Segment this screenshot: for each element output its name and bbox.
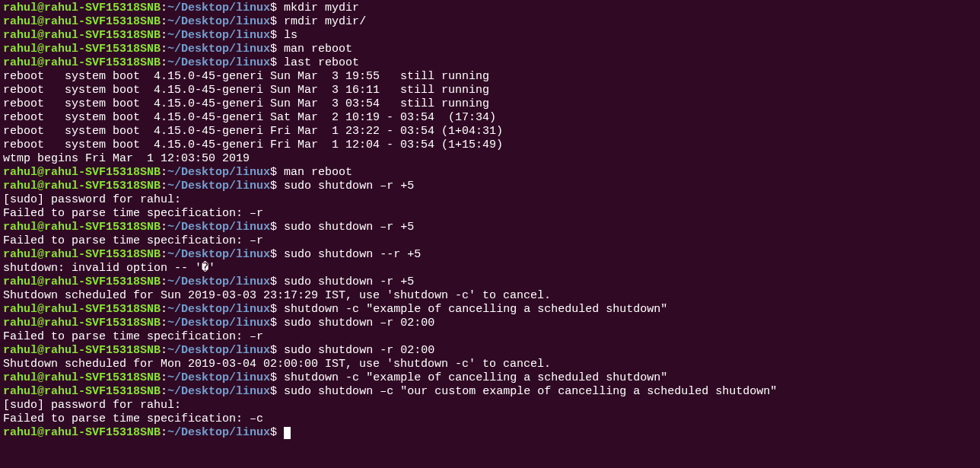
output-text: Failed to parse time specification: –r: [3, 234, 263, 247]
prompt-line: rahul@rahul-SVF15318SNB:~/Desktop/linux$…: [3, 15, 977, 29]
output-line: reboot system boot 4.15.0-45-generi Sun …: [3, 84, 977, 97]
user-host: rahul@rahul-SVF15318SNB: [3, 166, 161, 179]
output-text: Failed to parse time specification: –c: [3, 412, 263, 425]
output-text: reboot system boot 4.15.0-45-generi Fri …: [3, 138, 503, 151]
prompt-line: rahul@rahul-SVF15318SNB:~/Desktop/linux$…: [3, 221, 977, 234]
prompt-colon: :: [161, 56, 167, 69]
prompt-colon: :: [161, 385, 167, 398]
output-text: wtmp begins Fri Mar 1 12:03:50 2019: [3, 152, 250, 165]
prompt-line: rahul@rahul-SVF15318SNB:~/Desktop/linux$…: [3, 344, 977, 358]
output-line: [sudo] password for rahul:: [3, 399, 977, 412]
output-text: reboot system boot 4.15.0-45-generi Sat …: [3, 111, 496, 124]
prompt-dollar: $: [270, 43, 284, 56]
command-text: sudo shutdown -r +5: [284, 275, 414, 288]
prompt-line: rahul@rahul-SVF15318SNB:~/Desktop/linux$…: [3, 43, 977, 56]
output-text: reboot system boot 4.15.0-45-generi Sun …: [3, 84, 489, 97]
output-line: Failed to parse time specification: –c: [3, 412, 977, 426]
prompt-colon: :: [161, 2, 167, 14]
output-line: Shutdown scheduled for Sun 2019-03-03 23…: [3, 289, 977, 303]
prompt-dollar: $: [270, 248, 284, 261]
command-text: shutdown -c "example of cancelling a sch…: [284, 303, 667, 316]
current-path: ~/Desktop/linux: [167, 221, 270, 234]
prompt-colon: :: [161, 344, 167, 357]
prompt-line: rahul@rahul-SVF15318SNB:~/Desktop/linux$…: [3, 166, 977, 180]
current-path: ~/Desktop/linux: [167, 15, 270, 28]
terminal-output[interactable]: rahul@rahul-SVF15318SNB:~/Desktop/linux$…: [3, 2, 977, 440]
prompt-line: rahul@rahul-SVF15318SNB:~/Desktop/linux$…: [3, 303, 977, 317]
prompt-line: rahul@rahul-SVF15318SNB:~/Desktop/linux$…: [3, 29, 977, 43]
current-path: ~/Desktop/linux: [167, 385, 270, 398]
prompt-dollar: $: [270, 385, 284, 398]
command-text: rmdir mydir/: [284, 15, 366, 28]
command-text: shutdown -c "example of cancelling a sch…: [284, 371, 667, 384]
prompt-colon: :: [161, 43, 167, 56]
prompt-line: rahul@rahul-SVF15318SNB:~/Desktop/linux$…: [3, 180, 977, 193]
prompt-dollar: $: [270, 221, 284, 234]
output-text: Failed to parse time specification: –r: [3, 330, 263, 343]
user-host: rahul@rahul-SVF15318SNB: [3, 426, 161, 439]
current-path: ~/Desktop/linux: [167, 180, 270, 193]
prompt-colon: :: [161, 15, 167, 28]
prompt-colon: :: [161, 317, 167, 330]
user-host: rahul@rahul-SVF15318SNB: [3, 15, 161, 28]
output-text: reboot system boot 4.15.0-45-generi Sun …: [3, 97, 489, 110]
output-text: reboot system boot 4.15.0-45-generi Sun …: [3, 70, 489, 83]
output-text: shutdown: invalid option -- '�': [3, 262, 215, 275]
current-path: ~/Desktop/linux: [167, 317, 270, 330]
output-line: reboot system boot 4.15.0-45-generi Sun …: [3, 70, 977, 84]
user-host: rahul@rahul-SVF15318SNB: [3, 385, 161, 398]
output-line: Failed to parse time specification: –r: [3, 207, 977, 221]
user-host: rahul@rahul-SVF15318SNB: [3, 29, 161, 42]
prompt-colon: :: [161, 248, 167, 261]
output-line: [sudo] password for rahul:: [3, 193, 977, 207]
output-text: [sudo] password for rahul:: [3, 193, 188, 206]
prompt-colon: :: [161, 371, 167, 384]
prompt-line: rahul@rahul-SVF15318SNB:~/Desktop/linux$…: [3, 248, 977, 262]
output-line: Failed to parse time specification: –r: [3, 330, 977, 344]
prompt-colon: :: [161, 275, 167, 288]
prompt-dollar: $: [270, 29, 284, 42]
prompt-dollar: $: [270, 317, 284, 330]
prompt-line: rahul@rahul-SVF15318SNB:~/Desktop/linux$: [3, 426, 977, 440]
output-text: Shutdown scheduled for Sun 2019-03-03 23…: [3, 289, 551, 302]
command-text: man reboot: [284, 166, 352, 179]
command-text: sudo shutdown –r 02:00: [284, 317, 434, 330]
prompt-dollar: $: [270, 371, 284, 384]
current-path: ~/Desktop/linux: [167, 43, 270, 56]
output-text: [sudo] password for rahul:: [3, 399, 188, 412]
prompt-colon: :: [161, 166, 167, 179]
prompt-colon: :: [161, 426, 167, 439]
output-line: reboot system boot 4.15.0-45-generi Fri …: [3, 138, 977, 152]
command-text: last reboot: [284, 56, 359, 69]
prompt-colon: :: [161, 221, 167, 234]
command-text: sudo shutdown –r +5: [284, 221, 414, 234]
output-line: reboot system boot 4.15.0-45-generi Fri …: [3, 125, 977, 138]
prompt-line: rahul@rahul-SVF15318SNB:~/Desktop/linux$…: [3, 385, 977, 399]
prompt-dollar: $: [270, 166, 284, 179]
output-text: reboot system boot 4.15.0-45-generi Fri …: [3, 125, 503, 138]
output-line: shutdown: invalid option -- '�': [3, 262, 977, 275]
prompt-colon: :: [161, 180, 167, 193]
current-path: ~/Desktop/linux: [167, 344, 270, 357]
prompt-line: rahul@rahul-SVF15318SNB:~/Desktop/linux$…: [3, 56, 977, 70]
command-text: sudo shutdown --r +5: [284, 248, 421, 261]
prompt-dollar: $: [270, 180, 284, 193]
prompt-dollar: $: [270, 426, 284, 439]
current-path: ~/Desktop/linux: [167, 56, 270, 69]
current-path: ~/Desktop/linux: [167, 166, 270, 179]
prompt-dollar: $: [270, 56, 284, 69]
user-host: rahul@rahul-SVF15318SNB: [3, 317, 161, 330]
cursor[interactable]: [284, 427, 291, 439]
prompt-dollar: $: [270, 344, 284, 357]
command-text: sudo shutdown –c "our custom example of …: [284, 385, 777, 398]
user-host: rahul@rahul-SVF15318SNB: [3, 43, 161, 56]
user-host: rahul@rahul-SVF15318SNB: [3, 371, 161, 384]
user-host: rahul@rahul-SVF15318SNB: [3, 56, 161, 69]
command-text: sudo shutdown –r +5: [284, 180, 414, 193]
prompt-dollar: $: [270, 15, 284, 28]
user-host: rahul@rahul-SVF15318SNB: [3, 344, 161, 357]
prompt-colon: :: [161, 303, 167, 316]
command-text: sudo shutdown -r 02:00: [284, 344, 434, 357]
prompt-dollar: $: [270, 303, 284, 316]
user-host: rahul@rahul-SVF15318SNB: [3, 180, 161, 193]
